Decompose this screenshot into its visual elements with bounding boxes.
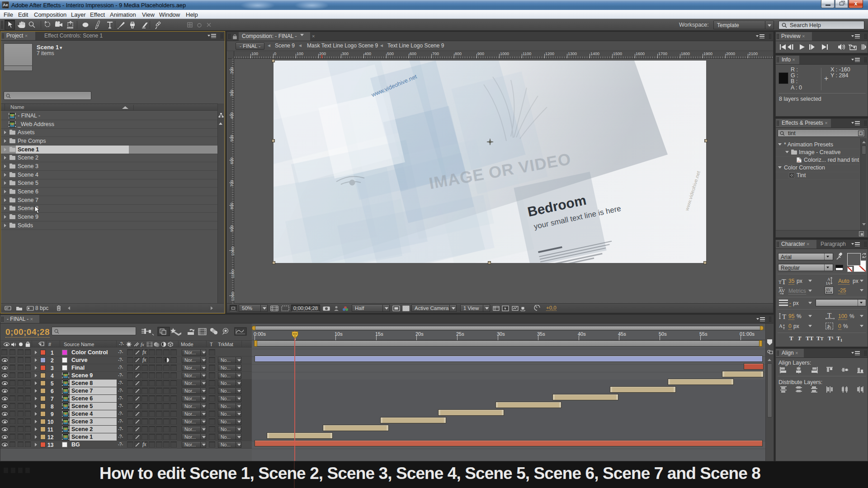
- svg-text:AV: AV: [778, 288, 785, 293]
- svg-text:IA: IA: [826, 281, 830, 286]
- svg-text:T: T: [782, 313, 786, 320]
- svg-text:AV: AV: [826, 287, 831, 292]
- svg-text:T: T: [827, 312, 831, 319]
- svg-text:T: T: [782, 278, 786, 285]
- svg-text:a: a: [783, 323, 785, 327]
- svg-text:T: T: [778, 279, 782, 285]
- svg-text:A: A: [779, 323, 783, 328]
- svg-text:fx: fx: [141, 342, 144, 347]
